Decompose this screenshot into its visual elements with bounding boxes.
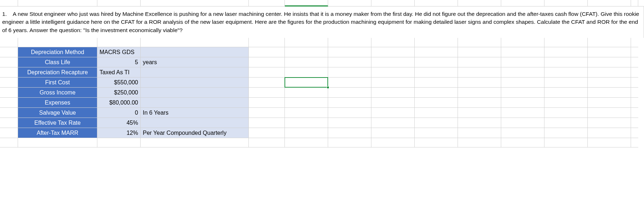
extra-salvage-value[interactable]: In 6 Years	[141, 108, 249, 118]
value-salvage-value[interactable]: 0	[97, 108, 141, 118]
extra-depreciation-recapture[interactable]	[141, 67, 249, 78]
extra-effective-tax-rate[interactable]	[141, 118, 249, 128]
label-first-cost[interactable]: First Cost	[18, 78, 97, 88]
extra-first-cost[interactable]	[141, 78, 249, 88]
label-expenses[interactable]: Expenses	[18, 98, 97, 108]
value-effective-tax-rate[interactable]: 45%	[97, 118, 141, 128]
value-gross-income[interactable]: $250,000	[97, 88, 141, 98]
label-effective-tax-rate[interactable]: Effective Tax Rate	[18, 118, 97, 128]
extra-after-tax-marr[interactable]: Per Year Compounded Quarterly	[141, 128, 249, 138]
extra-expenses[interactable]	[141, 98, 249, 108]
value-class-life[interactable]: 5	[97, 57, 141, 67]
label-salvage-value[interactable]: Salvage Value	[18, 108, 97, 118]
label-class-life[interactable]: Class Life	[18, 57, 97, 67]
value-after-tax-marr[interactable]: 12%	[97, 128, 141, 138]
extra-class-life[interactable]: years	[141, 57, 249, 67]
value-depreciation-recapture[interactable]: Taxed As TI	[97, 67, 141, 78]
problem-statement: 1. A new Stout engineer who just was hir…	[0, 6, 644, 38]
column-header-strip	[0, 0, 644, 6]
label-depreciation-method[interactable]: Depreciation Method	[18, 47, 97, 57]
extra-gross-income[interactable]	[141, 88, 249, 98]
label-depreciation-recapture[interactable]: Depreciation Recapture	[18, 67, 97, 78]
value-depreciation-method[interactable]: MACRS GDS	[97, 47, 141, 57]
fill-handle[interactable]	[327, 86, 329, 89]
question-number: 1.	[2, 11, 7, 17]
question-text: A new Stout engineer who just was hired …	[2, 11, 639, 33]
label-gross-income[interactable]: Gross Income	[18, 88, 97, 98]
selection-outline	[284, 77, 328, 88]
worksheet-grid[interactable]: Depreciation Method MACRS GDS Class Life…	[0, 38, 644, 147]
extra-depreciation-method[interactable]	[141, 47, 249, 57]
active-cell[interactable]	[285, 78, 328, 88]
value-first-cost[interactable]: $550,000	[97, 78, 141, 88]
label-after-tax-marr[interactable]: After-Tax MARR	[18, 128, 97, 138]
value-expenses[interactable]: $80,000.00	[97, 98, 141, 108]
spreadsheet-viewport: 1. A new Stout engineer who just was hir…	[0, 0, 644, 147]
